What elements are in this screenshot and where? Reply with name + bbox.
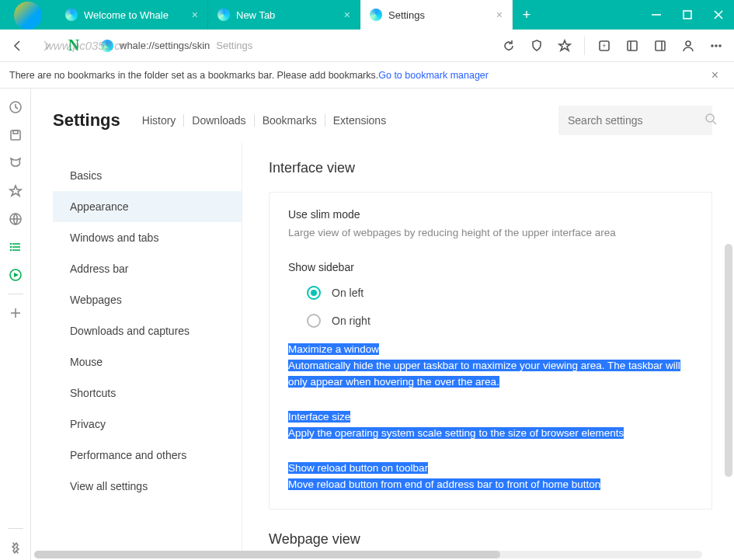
bookmarks-bar: There are no bookmarks in the folder set… bbox=[0, 62, 734, 89]
settings-topnav: History Downloads Bookmarks Extensions bbox=[134, 114, 394, 127]
slim-mode-desc: Large view of webpages by reducing heigh… bbox=[288, 225, 693, 241]
sidebar-play-icon[interactable] bbox=[3, 263, 28, 287]
minimize-button[interactable] bbox=[641, 0, 672, 30]
radio-on-left[interactable]: On left bbox=[307, 286, 693, 300]
vertical-scrollbar[interactable] bbox=[725, 244, 732, 477]
settings-search[interactable] bbox=[558, 106, 712, 135]
sidebar-right-icon[interactable] bbox=[647, 33, 673, 59]
shield-icon[interactable] bbox=[524, 33, 550, 59]
tab-welcome[interactable]: Welcome to Whale × bbox=[56, 0, 208, 30]
forward-button bbox=[33, 33, 59, 59]
sidenav-appearance[interactable]: Appearance bbox=[53, 191, 242, 222]
sidebar-left-icon[interactable] bbox=[619, 33, 645, 59]
sidenav-shortcuts[interactable]: Shortcuts bbox=[53, 377, 242, 409]
maximize-window-option: Maximize a window Automatically hide the… bbox=[288, 342, 693, 391]
app-logo-icon bbox=[14, 2, 42, 30]
svg-point-25 bbox=[10, 247, 11, 248]
sidenav-downloads-captures[interactable]: Downloads and captures bbox=[53, 315, 242, 346]
bookmark-manager-link[interactable]: Go to bookmark manager bbox=[378, 70, 489, 81]
svg-rect-1 bbox=[684, 11, 691, 19]
back-button[interactable] bbox=[5, 33, 31, 59]
tab-favicon-icon bbox=[217, 9, 230, 21]
tab-strip: Welcome to Whale × New Tab × Settings × … bbox=[56, 0, 641, 30]
svg-marker-28 bbox=[14, 273, 19, 277]
new-tab-button[interactable]: + bbox=[513, 0, 541, 30]
svg-rect-10 bbox=[656, 41, 665, 50]
maximize-desc: Automatically hide the upper taskbar to … bbox=[288, 360, 680, 388]
address-url: whale://settings/skin bbox=[120, 40, 210, 51]
sidenav-privacy[interactable]: Privacy bbox=[53, 409, 242, 440]
toolbar: N whale://settings/skin Settings + bbox=[0, 30, 734, 62]
radio-on-right[interactable]: On right bbox=[307, 314, 693, 328]
sidenav-basics[interactable]: Basics bbox=[53, 160, 242, 191]
horizontal-scrollbar[interactable] bbox=[34, 551, 702, 558]
interface-size-option: Interface size Apply the operating syste… bbox=[288, 409, 693, 442]
address-bar[interactable]: whale://settings/skin Settings bbox=[93, 34, 489, 57]
svg-marker-19 bbox=[10, 186, 21, 196]
site-identity-icon bbox=[101, 40, 113, 52]
sidebar-globe-icon[interactable] bbox=[3, 207, 28, 231]
tab-close-icon[interactable]: × bbox=[496, 9, 503, 21]
settings-body: Basics Appearance Windows and tabs Addre… bbox=[31, 143, 734, 558]
reload-button[interactable] bbox=[496, 33, 522, 59]
svg-point-14 bbox=[715, 45, 717, 47]
tab-settings[interactable]: Settings × bbox=[360, 0, 513, 30]
show-sidebar-title: Show sidebar bbox=[288, 261, 693, 273]
search-icon bbox=[704, 112, 718, 129]
sidenav-windows-tabs[interactable]: Windows and tabs bbox=[53, 222, 242, 253]
bookmarks-empty-msg: There are no bookmarks in the folder set… bbox=[9, 70, 378, 81]
profile-icon[interactable] bbox=[675, 33, 701, 59]
interface-size-title: Interface size bbox=[288, 411, 350, 423]
main-region: Settings History Downloads Bookmarks Ext… bbox=[0, 89, 734, 560]
svg-text:+: + bbox=[602, 42, 606, 50]
sidenav-mouse[interactable]: Mouse bbox=[53, 346, 242, 377]
topnav-history[interactable]: History bbox=[134, 114, 184, 127]
page-title: Settings bbox=[53, 110, 120, 130]
topnav-downloads[interactable]: Downloads bbox=[183, 114, 253, 127]
capture-icon[interactable]: + bbox=[591, 33, 617, 59]
reload-button-option: Show reload button on toolbar Move reloa… bbox=[288, 461, 693, 493]
window-controls bbox=[641, 0, 734, 30]
sidebar-add-button[interactable] bbox=[3, 301, 28, 325]
sidebar-save-icon[interactable] bbox=[3, 123, 28, 148]
sidebar-settings-icon[interactable] bbox=[3, 535, 28, 560]
svg-point-15 bbox=[719, 45, 721, 47]
svg-line-32 bbox=[713, 121, 716, 124]
topnav-bookmarks[interactable]: Bookmarks bbox=[254, 114, 325, 127]
sidenav-view-all[interactable]: View all settings bbox=[53, 471, 242, 502]
close-window-button[interactable] bbox=[703, 0, 734, 30]
interface-size-desc: Apply the operating system scale setting… bbox=[288, 427, 624, 439]
interface-view-card: Use slim mode Large view of webpages by … bbox=[269, 192, 712, 510]
svg-rect-17 bbox=[11, 130, 20, 140]
radio-label: On left bbox=[332, 287, 364, 299]
svg-point-31 bbox=[706, 114, 714, 122]
search-input[interactable] bbox=[568, 114, 704, 127]
maximize-button[interactable] bbox=[672, 0, 703, 30]
home-button[interactable]: N bbox=[61, 33, 87, 59]
svg-point-26 bbox=[10, 250, 11, 251]
topnav-extensions[interactable]: Extensions bbox=[325, 114, 394, 127]
sidebar-star-icon[interactable] bbox=[3, 179, 28, 203]
menu-button[interactable] bbox=[703, 33, 729, 59]
sidenav-performance[interactable]: Performance and others bbox=[53, 440, 242, 471]
svg-marker-4 bbox=[559, 40, 570, 50]
sidenav-address-bar[interactable]: Address bar bbox=[53, 253, 242, 284]
section-interface-view: Interface view bbox=[269, 160, 712, 176]
sidebar-list-icon[interactable] bbox=[3, 235, 28, 259]
radio-icon bbox=[307, 286, 321, 300]
tab-newtab[interactable]: New Tab × bbox=[208, 0, 360, 30]
tab-close-icon[interactable]: × bbox=[344, 9, 350, 21]
settings-sidenav: Basics Appearance Windows and tabs Addre… bbox=[53, 143, 242, 558]
radio-icon bbox=[307, 314, 321, 328]
tab-close-icon[interactable]: × bbox=[192, 9, 198, 21]
sidenav-webpages[interactable]: Webpages bbox=[53, 284, 242, 315]
svg-point-24 bbox=[10, 244, 11, 245]
sidebar-cat-icon[interactable] bbox=[3, 151, 28, 176]
bookmark-star-icon[interactable] bbox=[551, 33, 578, 59]
titlebar: Welcome to Whale × New Tab × Settings × … bbox=[0, 0, 734, 30]
vertical-sidebar bbox=[0, 89, 31, 560]
address-suffix: Settings bbox=[216, 40, 252, 51]
sidebar-clock-icon[interactable] bbox=[3, 95, 28, 120]
tab-label: New Tab bbox=[236, 9, 275, 21]
dismiss-bar-button[interactable]: × bbox=[705, 65, 725, 85]
